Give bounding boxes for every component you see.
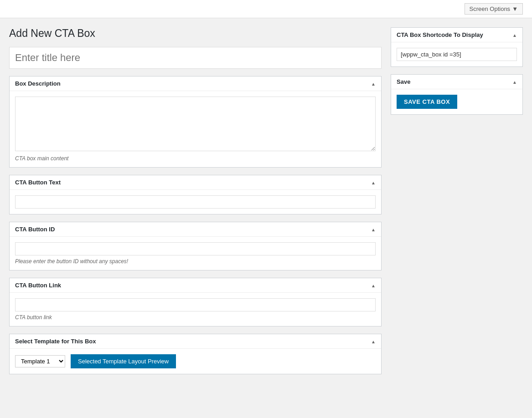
cta-button-text-metabox: CTA Button Text (9, 175, 382, 214)
title-input[interactable] (9, 47, 382, 69)
box-description-body: CTA box main content (10, 91, 381, 167)
screen-options-button[interactable]: Screen Options ▼ (465, 3, 523, 15)
screen-options-arrow-icon: ▼ (512, 5, 518, 12)
cta-button-link-help: CTA button link (15, 314, 376, 321)
select-template-collapse-icon (371, 338, 376, 345)
save-metabox-header[interactable]: Save (391, 75, 522, 89)
cta-button-link-input[interactable] (15, 298, 376, 311)
shortcode-metabox-header[interactable]: CTA Box Shortcode To Display (391, 28, 522, 42)
cta-button-text-label: CTA Button Text (15, 179, 61, 186)
main-column: Add New CTA Box Box Description CTA box … (9, 27, 382, 382)
box-description-header[interactable]: Box Description (10, 76, 381, 91)
box-description-help: CTA box main content (15, 155, 376, 162)
cta-button-text-input[interactable] (15, 195, 376, 209)
cta-button-link-metabox: CTA Button Link CTA button link (9, 278, 382, 326)
save-label: Save (397, 78, 410, 85)
page-container: Add New CTA Box Box Description CTA box … (0, 18, 532, 391)
select-template-label: Select Template for This Box (15, 338, 96, 345)
cta-button-link-body: CTA button link (10, 293, 381, 326)
select-template-header[interactable]: Select Template for This Box (10, 334, 381, 349)
page-title: Add New CTA Box (9, 27, 382, 40)
shortcode-collapse-icon (512, 31, 517, 38)
preview-button[interactable]: Selected Template Layout Preview (71, 354, 176, 368)
cta-button-link-header[interactable]: CTA Button Link (10, 278, 381, 293)
cta-button-text-body (10, 190, 381, 214)
box-description-label: Box Description (15, 80, 61, 87)
cta-button-id-header[interactable]: CTA Button ID (10, 222, 381, 237)
cta-button-id-collapse-icon (371, 226, 376, 233)
cta-button-text-header[interactable]: CTA Button Text (10, 175, 381, 190)
box-description-metabox: Box Description CTA box main content (9, 76, 382, 168)
cta-button-id-help: Please enter the button ID without any s… (15, 258, 376, 265)
cta-button-link-label: CTA Button Link (15, 282, 61, 289)
cta-button-text-collapse-icon (371, 179, 376, 186)
shortcode-input[interactable] (397, 48, 517, 61)
cta-button-link-collapse-icon (371, 282, 376, 289)
select-template-body: Template 1 Template 2 Template 3 Selecte… (10, 349, 381, 374)
shortcode-metabox: CTA Box Shortcode To Display (391, 27, 523, 67)
box-description-textarea[interactable] (15, 97, 376, 151)
box-description-collapse-icon (371, 80, 376, 87)
save-body: SAVE CTA BOX (391, 89, 522, 114)
shortcode-label: CTA Box Shortcode To Display (397, 31, 483, 38)
select-template-metabox: Select Template for This Box Template 1 … (9, 334, 382, 374)
top-bar: Screen Options ▼ (0, 0, 532, 18)
cta-button-id-metabox: CTA Button ID Please enter the button ID… (9, 222, 382, 270)
template-select[interactable]: Template 1 Template 2 Template 3 (15, 355, 65, 367)
side-column: CTA Box Shortcode To Display Save SAVE C… (391, 27, 523, 122)
save-metabox: Save SAVE CTA BOX (391, 74, 523, 115)
cta-button-id-body: Please enter the button ID without any s… (10, 237, 381, 270)
cta-button-id-input[interactable] (15, 242, 376, 255)
cta-button-id-label: CTA Button ID (15, 226, 55, 233)
save-collapse-icon (512, 78, 517, 85)
screen-options-label: Screen Options (470, 5, 511, 12)
shortcode-body (391, 42, 522, 66)
save-cta-box-button[interactable]: SAVE CTA BOX (397, 95, 457, 109)
